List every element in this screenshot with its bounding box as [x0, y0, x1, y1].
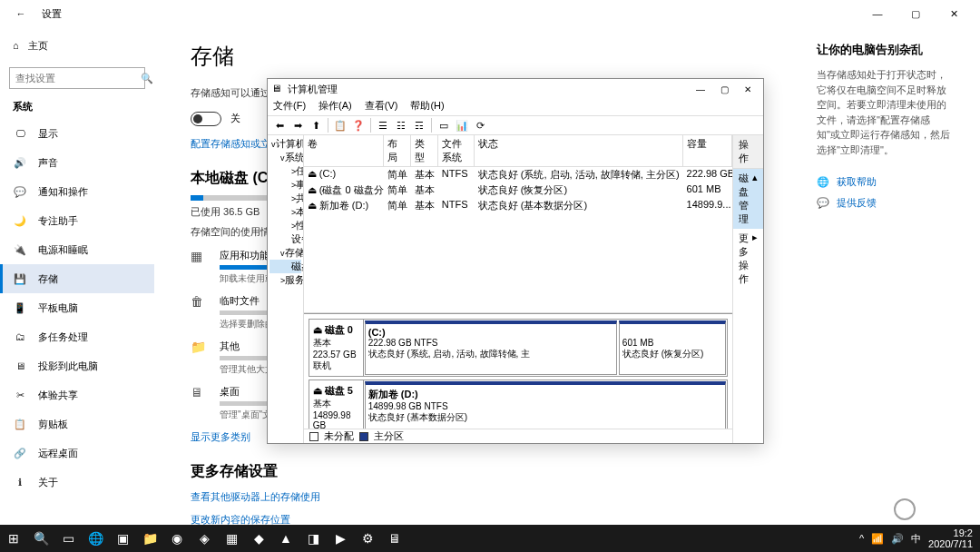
usage-icon: ▦	[191, 249, 209, 263]
action-disk-management[interactable]: 磁盘管理▴	[733, 169, 763, 229]
taskbar: ⊞ 🔍 ▭ 🌐 ▣ 📁 ◉ ◈ ▦ ◆ ▲ ◨ ▶ ⚙ 🖥 ^ 📶 🔊 中 19…	[0, 525, 980, 552]
terminal-icon[interactable]: ▣	[109, 525, 136, 552]
nav-item-10[interactable]: 📋剪贴板	[9, 409, 154, 439]
home-icon: ⌂	[13, 40, 19, 51]
help-link[interactable]: 🌐 获取帮助	[817, 175, 953, 189]
explorer-icon[interactable]: 📁	[136, 525, 163, 552]
nav-item-3[interactable]: 🌙专注助手	[9, 206, 154, 235]
cm-actions-pane: 操作 磁盘管理▴ 更多操作▸	[732, 135, 763, 443]
nav-item-5[interactable]: 💾存储	[0, 264, 154, 293]
toolbar-btn-6[interactable]: ☷	[393, 117, 409, 133]
tray-ime-icon[interactable]: 中	[911, 532, 921, 546]
search-input[interactable]	[15, 73, 141, 84]
menu-0[interactable]: 文件(F)	[273, 99, 306, 115]
volume-row-2[interactable]: ⏏ 新加卷 (D:)简单基本NTFS状态良好 (基本数据分区)14899.9..…	[304, 198, 732, 213]
tree-node-2[interactable]: >任务计划程序	[270, 164, 301, 178]
tree-node-8[interactable]: v存储	[270, 246, 301, 260]
cm-minimize-button[interactable]: —	[689, 81, 712, 97]
storage-sense-toggle[interactable]	[191, 112, 221, 126]
tree-node-5[interactable]: >本地用户和组	[270, 205, 301, 219]
toolbar-btn-1[interactable]: ➡	[289, 117, 306, 133]
tray-network-icon[interactable]: 📶	[871, 533, 884, 545]
menu-1[interactable]: 操作(A)	[318, 99, 352, 115]
start-button[interactable]: ⊞	[0, 525, 27, 552]
toolbar-btn-4[interactable]: ❓	[350, 117, 367, 133]
nav-item-0[interactable]: 🖵显示	[9, 119, 154, 148]
app-icon-4[interactable]: ▲	[272, 525, 299, 552]
volume-row-1[interactable]: ⏏ (磁盘 0 磁盘分区 2)简单基本状态良好 (恢复分区)601 MB	[304, 182, 732, 198]
nav-item-6[interactable]: 📱平板电脑	[9, 293, 154, 322]
nav-icon: 💾	[13, 273, 27, 285]
cm-menubar: 文件(F)操作(A)查看(V)帮助(H)	[268, 99, 763, 115]
nav-item-7[interactable]: 🗂多任务处理	[9, 322, 154, 351]
close-button[interactable]: ✕	[935, 0, 973, 27]
app-icon-6[interactable]: ▶	[327, 525, 354, 552]
app-icon-3[interactable]: ◆	[245, 525, 272, 552]
system-tray[interactable]: ^ 📶 🔊 中 19:2 2020/7/11	[859, 527, 980, 549]
home-link[interactable]: ⌂ 主页	[9, 31, 154, 60]
tree-node-9[interactable]: 磁盘管理	[270, 260, 301, 273]
tree-node-0[interactable]: v计算机管理(本地)	[270, 137, 301, 151]
clock-time[interactable]: 19:2	[928, 527, 973, 538]
task-view-button[interactable]: ▭	[54, 525, 82, 552]
tray-volume-icon[interactable]: 🔊	[891, 533, 904, 545]
cm-title: 计算机管理	[288, 83, 338, 96]
toolbar-btn-9[interactable]: 📊	[454, 117, 470, 133]
partition[interactable]: 新加卷 (D:)14899.98 GB NTFS状态良好 (基本数据分区)	[365, 381, 726, 429]
maximize-button[interactable]: ▢	[897, 0, 935, 27]
search-box[interactable]: 🔍	[9, 67, 145, 89]
volume-row-0[interactable]: ⏏ (C:)简单基本NTFS状态良好 (系统, 启动, 活动, 故障转储, 主分…	[304, 167, 732, 182]
more-settings-title: 更多存储设置	[191, 462, 817, 481]
back-button[interactable]: ←	[7, 0, 34, 27]
tree-node-6[interactable]: >性能	[270, 219, 301, 232]
tree-node-1[interactable]: v系统工具	[270, 151, 301, 164]
toolbar-btn-7[interactable]: ☶	[411, 117, 427, 133]
cm-close-button[interactable]: ✕	[736, 81, 760, 97]
nav-item-4[interactable]: 🔌电源和睡眠	[9, 235, 154, 264]
tree-node-7[interactable]: 设备管理器	[270, 232, 301, 246]
nav-item-11[interactable]: 🔗远程桌面	[9, 439, 154, 468]
tree-node-3[interactable]: >事件查看器	[270, 178, 301, 192]
unallocated-legend-icon	[309, 432, 318, 441]
search-button[interactable]: 🔍	[27, 525, 54, 552]
app-icon-2[interactable]: ▦	[218, 525, 245, 552]
nav-item-2[interactable]: 💬通知和操作	[9, 177, 154, 206]
nav-icon: 🔊	[13, 157, 27, 169]
tree-node-10[interactable]: >服务和应用程序	[270, 273, 301, 287]
tree-node-4[interactable]: >共享文件夹	[270, 192, 301, 205]
disk-row-1[interactable]: ⏏ 磁盘 5基本14899.98 GB联机新加卷 (D:)14899.98 GB…	[309, 380, 728, 429]
watermark: 值 什么值得买	[894, 498, 969, 520]
toolbar-btn-10[interactable]: ⟳	[472, 117, 488, 133]
menu-3[interactable]: 帮助(H)	[410, 99, 444, 115]
toolbar-btn-0[interactable]: ⬅	[271, 117, 288, 133]
toolbar-btn-8[interactable]: ▭	[436, 117, 452, 133]
chrome-icon[interactable]: ◉	[163, 525, 191, 552]
toggle-label: 关	[230, 112, 240, 125]
partition[interactable]: 601 MB状态良好 (恢复分区)	[619, 320, 726, 375]
nav-item-8[interactable]: 🖥投影到此电脑	[9, 351, 154, 380]
settings-taskbar-icon[interactable]: ⚙	[354, 525, 381, 552]
tray-chevron-icon[interactable]: ^	[859, 533, 864, 544]
clock-date[interactable]: 2020/7/11	[928, 538, 973, 549]
more-link-0[interactable]: 查看其他驱动器上的存储使用	[191, 490, 817, 504]
toolbar-btn-3[interactable]: 📋	[332, 117, 348, 133]
edge-icon[interactable]: 🌐	[82, 525, 109, 552]
action-more[interactable]: 更多操作▸	[733, 229, 763, 289]
primary-legend-icon	[359, 432, 368, 441]
menu-2[interactable]: 查看(V)	[365, 99, 398, 115]
cm-taskbar-icon[interactable]: 🖥	[381, 525, 408, 552]
nav-item-12[interactable]: ℹ关于	[9, 468, 154, 497]
app-icon-5[interactable]: ◨	[299, 525, 327, 552]
nav-item-9[interactable]: ✂体验共享	[9, 380, 154, 409]
partition[interactable]: (C:)222.98 GB NTFS状态良好 (系统, 启动, 活动, 故障转储…	[365, 320, 617, 375]
feedback-link[interactable]: 💬 提供反馈	[817, 196, 953, 210]
cm-maximize-button[interactable]: ▢	[712, 81, 736, 97]
nav-item-1[interactable]: 🔊声音	[9, 148, 154, 177]
nav-icon: 📱	[13, 302, 27, 314]
cm-titlebar[interactable]: 🖥 计算机管理 — ▢ ✕	[268, 79, 763, 99]
app-icon-1[interactable]: ◈	[191, 525, 218, 552]
toolbar-btn-2[interactable]: ⬆	[308, 117, 324, 133]
toolbar-btn-5[interactable]: ☰	[375, 117, 391, 133]
minimize-button[interactable]: —	[858, 0, 897, 27]
disk-row-0[interactable]: ⏏ 磁盘 0基本223.57 GB联机(C:)222.98 GB NTFS状态良…	[309, 319, 728, 377]
